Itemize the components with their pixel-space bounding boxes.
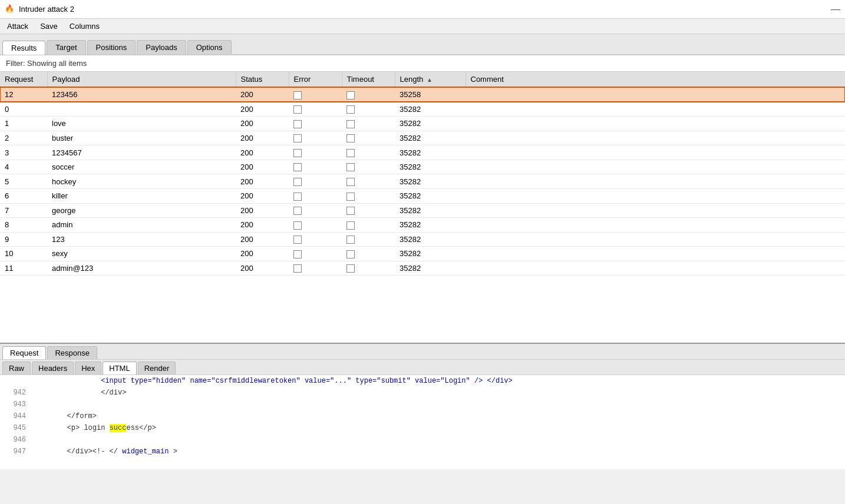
timeout-checkbox[interactable] — [346, 193, 355, 201]
timeout-checkbox[interactable] — [346, 236, 355, 244]
code-line: 945 <p> login success</p> — [0, 422, 845, 434]
error-checkbox[interactable] — [293, 264, 302, 273]
cell-status: 200 — [236, 188, 289, 203]
tab-options[interactable]: Options — [187, 40, 232, 54]
minimize-button[interactable]: — — [831, 4, 840, 15]
cell-timeout — [342, 174, 395, 189]
menu-columns[interactable]: Columns — [65, 21, 104, 32]
timeout-checkbox[interactable] — [346, 250, 355, 258]
timeout-checkbox[interactable] — [346, 134, 355, 142]
table-row[interactable]: 3123456720035282 — [0, 145, 845, 160]
table-row[interactable]: 8admin20035282 — [0, 218, 845, 233]
tab-payloads[interactable]: Payloads — [137, 40, 186, 54]
main-tab-bar: Results Target Positions Payloads Option… — [0, 34, 845, 55]
timeout-checkbox[interactable] — [346, 149, 355, 157]
cell-error — [289, 247, 342, 261]
table-row[interactable]: 10sexy20035282 — [0, 247, 845, 261]
table-row[interactable]: 020035282 — [0, 102, 845, 117]
results-table-area: Request Payload Status Error Timeout Len… — [0, 72, 845, 343]
cell-request: 8 — [0, 218, 47, 233]
timeout-checkbox[interactable] — [346, 105, 355, 114]
cell-error — [289, 174, 342, 189]
tab-request[interactable]: Request — [2, 346, 46, 359]
col-status[interactable]: Status — [236, 72, 289, 87]
cell-comment — [466, 188, 845, 203]
timeout-checkbox[interactable] — [346, 163, 355, 171]
error-checkbox[interactable] — [293, 134, 302, 142]
cell-status: 200 — [236, 232, 289, 247]
table-row[interactable]: 6killer20035282 — [0, 188, 845, 203]
line-number — [5, 375, 26, 387]
col-payload[interactable]: Payload — [47, 72, 236, 87]
error-checkbox[interactable] — [293, 149, 302, 157]
error-checkbox[interactable] — [293, 193, 302, 201]
table-row[interactable]: 5hockey20035282 — [0, 174, 845, 189]
cell-comment — [466, 102, 845, 117]
cell-request: 9 — [0, 232, 47, 247]
cell-timeout — [342, 102, 395, 117]
cell-error — [289, 188, 342, 203]
cell-status: 200 — [236, 218, 289, 233]
error-checkbox[interactable] — [293, 236, 302, 244]
col-length[interactable]: Length ▲ — [395, 72, 466, 87]
timeout-checkbox[interactable] — [346, 264, 355, 273]
col-comment[interactable]: Comment — [466, 72, 845, 87]
subtab-render[interactable]: Render — [138, 362, 176, 374]
cell-payload: admin — [47, 218, 236, 233]
timeout-checkbox[interactable] — [346, 221, 355, 230]
line-number: 943 — [5, 399, 26, 410]
cell-request: 10 — [0, 247, 47, 261]
tab-response[interactable]: Response — [47, 346, 97, 359]
line-content: </div> — [33, 387, 126, 399]
tab-results[interactable]: Results — [2, 41, 45, 55]
cell-comment — [466, 218, 845, 233]
tab-target[interactable]: Target — [47, 40, 85, 54]
cell-status: 200 — [236, 174, 289, 189]
cell-payload: killer — [47, 188, 236, 203]
timeout-checkbox[interactable] — [346, 91, 355, 100]
menu-attack[interactable]: Attack — [2, 21, 33, 32]
menu-save[interactable]: Save — [35, 21, 62, 32]
menu-bar: Attack Save Columns — [0, 19, 845, 34]
cell-request: 5 — [0, 174, 47, 189]
error-checkbox[interactable] — [293, 250, 302, 258]
code-line-top: <input type="hidden" name="csrfmiddlewar… — [0, 375, 845, 387]
cell-payload: 123456 — [47, 87, 236, 102]
col-error[interactable]: Error — [289, 72, 342, 87]
cell-payload: george — [47, 203, 236, 218]
table-row[interactable]: 4soccer20035282 — [0, 160, 845, 174]
table-row[interactable]: 11admin@12320035282 — [0, 261, 845, 276]
code-line: 943 — [0, 399, 845, 410]
error-checkbox[interactable] — [293, 91, 302, 100]
cell-length: 35282 — [395, 145, 466, 160]
table-row[interactable]: 2buster20035282 — [0, 131, 845, 145]
error-checkbox[interactable] — [293, 178, 302, 186]
cell-length: 35282 — [395, 174, 466, 189]
code-line: 942 </div> — [0, 387, 845, 399]
col-timeout[interactable]: Timeout — [342, 72, 395, 87]
subtab-raw[interactable]: Raw — [2, 362, 31, 374]
timeout-checkbox[interactable] — [346, 120, 355, 128]
cell-error — [289, 102, 342, 117]
error-checkbox[interactable] — [293, 120, 302, 128]
cell-timeout — [342, 87, 395, 102]
error-checkbox[interactable] — [293, 221, 302, 230]
error-checkbox[interactable] — [293, 207, 302, 215]
timeout-checkbox[interactable] — [346, 178, 355, 186]
cell-error — [289, 87, 342, 102]
cell-comment — [466, 87, 845, 102]
table-row[interactable]: 7george20035282 — [0, 203, 845, 218]
error-checkbox[interactable] — [293, 105, 302, 114]
tab-positions[interactable]: Positions — [87, 40, 136, 54]
error-checkbox[interactable] — [293, 163, 302, 171]
table-row[interactable]: 1212345620035258 — [0, 87, 845, 102]
table-row[interactable]: 1love20035282 — [0, 117, 845, 131]
subtab-html[interactable]: HTML — [103, 362, 136, 374]
subtab-hex[interactable]: Hex — [75, 362, 101, 374]
subtab-headers[interactable]: Headers — [32, 362, 74, 374]
code-line: 947 </div><!- </ widget_main > — [0, 446, 845, 457]
table-row[interactable]: 912320035282 — [0, 232, 845, 247]
timeout-checkbox[interactable] — [346, 207, 355, 215]
cell-payload: hockey — [47, 174, 236, 189]
col-request[interactable]: Request — [0, 72, 47, 87]
